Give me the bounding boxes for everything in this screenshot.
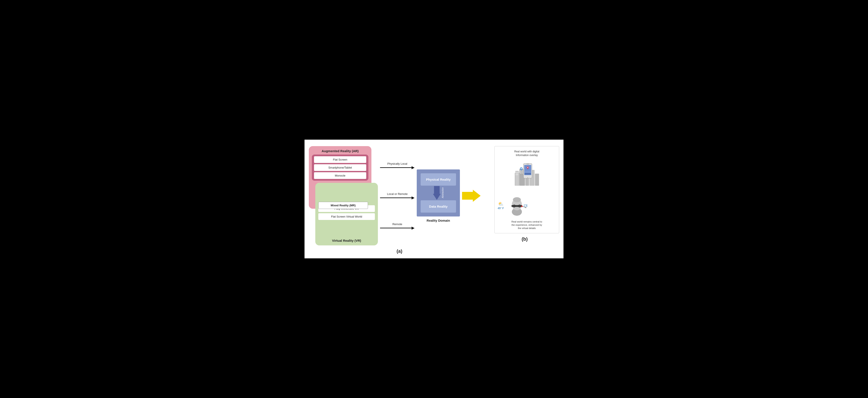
ar-person-area: ⛅ 45° F [498,194,556,217]
vr-title: Virtual Reality (VR) [318,239,375,242]
reality-domain-box: Physical Reality Abstraction Data Realit… [417,170,460,216]
data-reality-item: Data Reality [421,200,456,213]
reality-domain-area: Physical Reality Abstraction Data Realit… [417,170,460,222]
yellow-arrow-body [462,192,473,200]
right-panel: Real world with digitalInformation overl… [494,146,559,233]
arrow-remote: Remote [380,222,414,229]
svg-rect-5 [535,174,539,186]
arrow-local-remote: Local or Remote [380,192,414,200]
svg-line-36 [523,206,526,208]
svg-rect-13 [522,172,523,173]
diagram-label: (a) [397,248,402,254]
arrowhead-3 [411,226,414,229]
device-smartphone: Smartphone/Tablet [314,164,366,171]
line-3 [380,228,411,228]
abstraction-container: Abstraction [421,186,456,200]
svg-rect-23 [525,173,531,174]
svg-rect-12 [520,172,521,173]
svg-point-40 [527,205,528,206]
reality-domain-label: Reality Domain [427,219,450,222]
svg-rect-11 [522,170,523,172]
arrowhead-2 [411,196,414,200]
svg-point-35 [521,206,523,207]
svg-point-37 [526,207,526,208]
svg-rect-10 [520,170,521,172]
weather-icon: ⛅ [498,201,503,206]
svg-point-29 [513,197,521,202]
weather-info: ⛅ 45° F [498,201,504,210]
svg-rect-9 [517,174,518,175]
ar-title: Augmented Reality (AR) [312,149,368,153]
yellow-arrow-head [473,190,480,202]
line-2 [380,197,411,198]
svg-point-20 [527,167,528,168]
svg-rect-17 [527,177,528,178]
device-monocle: Monocle [314,172,366,179]
main-container: Augmented Reality (AR) Flat Screen Smart… [305,140,563,258]
abstraction-arrow [433,186,441,200]
svg-rect-7 [517,172,518,173]
arrows-area: Physically Local Local or Remote Remote [378,150,417,241]
abs-line [434,186,440,194]
mr-label: Mixed Reality (MR) [318,202,368,209]
arrow-line-3 [380,226,414,229]
vr-box: Fully Immersive VR Flat Screen Virtual W… [315,183,378,245]
temp-text: 45° F [498,207,504,210]
svg-rect-6 [516,172,517,173]
panel-top-text: Real world with digitalInformation overl… [498,150,556,157]
device-flat-screen: Flat Screen [314,156,366,163]
physical-reality-item: Physical Reality [421,173,456,186]
phone-illustration [498,160,556,191]
person-svg [506,195,528,216]
panel-bottom-text: Real world remains central tothe experie… [498,220,556,230]
ar-vr-area: Augmented Reality (AR) Flat Screen Smart… [309,146,378,245]
diagram-section: Augmented Reality (AR) Flat Screen Smart… [309,146,490,254]
arrow-label-1: Physically Local [388,162,407,165]
arrow-label-3: Remote [392,222,402,226]
panel-label: (b) [522,236,528,242]
abstraction-label: Abstraction [441,187,444,198]
right-section: Real world with digitalInformation overl… [490,146,559,242]
city-phone-svg [514,161,540,189]
arrow-line-1 [380,166,414,169]
abs-head [433,194,441,200]
arrow-label-2: Local or Remote [387,192,407,195]
line-1 [380,167,411,168]
yellow-arrow [462,190,480,202]
ar-inner: Flat Screen Smartphone/Tablet Monocle [312,155,368,181]
arrow-physically-local: Physically Local [380,162,414,169]
diagram-content: Augmented Reality (AR) Flat Screen Smart… [309,146,490,245]
svg-point-26 [521,168,522,169]
svg-rect-8 [516,174,517,175]
arrowhead-1 [411,166,414,169]
arrow-line-2 [380,196,414,200]
device-flat-screen-vr: Flat Screen Virtual World [318,213,375,220]
svg-rect-16 [526,164,529,164]
